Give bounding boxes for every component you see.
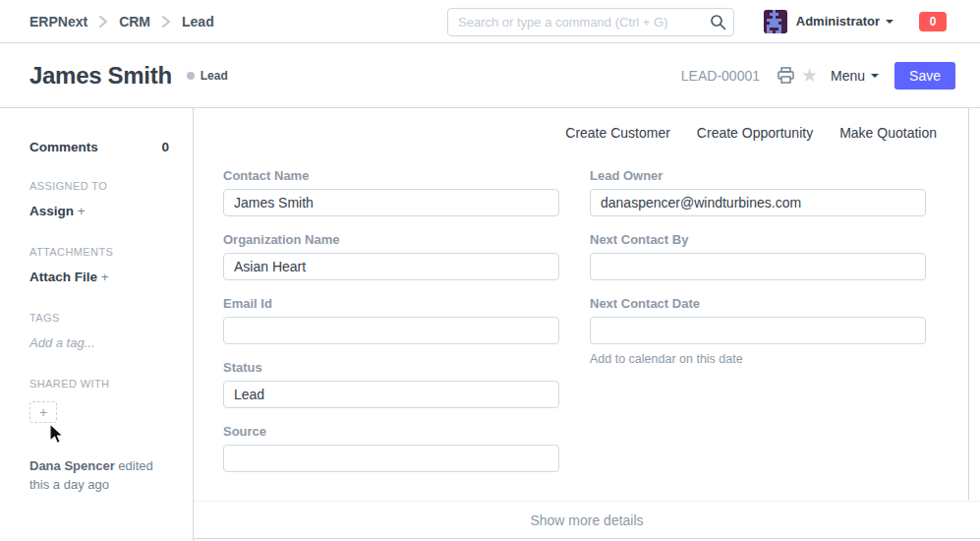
page-head-actions: LEAD-00001 ★ Menu Save xyxy=(681,62,955,90)
plus-icon: + xyxy=(78,204,86,218)
form-actions: Create Customer Create Opportunity Make … xyxy=(194,108,980,141)
email-id-field: Email Id xyxy=(223,296,559,344)
mouse-cursor-icon xyxy=(48,423,66,449)
lead-owner-field: Lead Owner xyxy=(590,168,926,216)
field-help-text: Add to calendar on this date xyxy=(590,352,926,366)
assign-button[interactable]: Assign + xyxy=(29,204,169,218)
email-id-input[interactable] xyxy=(223,317,559,344)
share-add-button[interactable]: + xyxy=(29,401,57,423)
assign-label: Assign xyxy=(29,204,74,218)
search-input[interactable] xyxy=(447,8,734,36)
attach-file-label: Attach File xyxy=(29,270,97,284)
next-contact-by-field: Next Contact By xyxy=(590,232,926,280)
status-indicator: Lead xyxy=(187,69,228,83)
comments-count: 0 xyxy=(161,140,169,154)
breadcrumb: ERPNext CRM Lead xyxy=(29,14,214,30)
shared-with-heading: SHARED WITH xyxy=(29,378,169,390)
print-icon[interactable] xyxy=(777,67,795,85)
field-label: Contact Name xyxy=(223,168,559,183)
source-field: Source xyxy=(223,424,559,472)
form-sidebar: Comments 0 ASSIGNED TO Assign + ATTACHME… xyxy=(0,108,194,541)
attachments-heading: ATTACHMENTS xyxy=(29,246,169,258)
field-label: Next Contact Date xyxy=(590,296,926,311)
user-menu[interactable]: Administrator xyxy=(796,14,880,29)
field-label: Source xyxy=(223,424,559,439)
chevron-right-icon xyxy=(97,15,109,29)
chevron-right-icon xyxy=(160,15,172,29)
chevron-down-icon xyxy=(871,74,879,78)
last-edited-note: Dana Spencer edited this a day ago xyxy=(29,456,173,494)
form-column-left: Contact Name Organization Name Email Id … xyxy=(223,168,559,488)
assigned-to-heading: ASSIGNED TO xyxy=(29,180,169,192)
create-opportunity-button[interactable]: Create Opportunity xyxy=(697,125,813,141)
editor-name: Dana Spencer xyxy=(29,458,115,473)
form-column-right: Lead Owner Next Contact By Next Contact … xyxy=(590,168,926,488)
next-contact-date-field: Next Contact Date Add to calendar on thi… xyxy=(590,296,926,366)
notification-badge[interactable]: 0 xyxy=(919,12,947,31)
breadcrumb-crm[interactable]: CRM xyxy=(119,14,150,30)
form-main: Create Customer Create Opportunity Make … xyxy=(194,108,980,541)
avatar[interactable] xyxy=(764,10,787,33)
menu-label: Menu xyxy=(831,68,865,84)
navbar-right: Administrator 0 xyxy=(764,10,947,33)
source-input[interactable] xyxy=(223,445,559,472)
breadcrumb-lead[interactable]: Lead xyxy=(182,14,214,30)
search-icon[interactable] xyxy=(710,14,726,34)
field-label: Organization Name xyxy=(223,232,559,247)
save-button[interactable]: Save xyxy=(894,62,955,90)
menu-button[interactable]: Menu xyxy=(831,68,879,84)
page-title: James Smith xyxy=(29,62,172,90)
field-label: Status xyxy=(223,360,559,375)
add-tag-input[interactable]: Add a tag... xyxy=(29,335,169,350)
breadcrumb-erpnext[interactable]: ERPNext xyxy=(29,14,87,30)
show-more-details-button[interactable]: Show more details xyxy=(530,512,643,528)
field-label: Lead Owner xyxy=(590,168,926,183)
plus-icon: + xyxy=(101,270,109,284)
lead-owner-input[interactable] xyxy=(590,189,926,216)
page-head: James Smith Lead LEAD-00001 ★ Menu Save xyxy=(0,43,980,108)
navbar: ERPNext CRM Lead xyxy=(0,0,980,43)
chevron-down-icon xyxy=(886,20,894,24)
contact-name-input[interactable] xyxy=(223,189,559,216)
global-search xyxy=(447,8,734,36)
comments-label: Comments xyxy=(29,140,98,154)
tags-heading: TAGS xyxy=(29,312,169,324)
field-label: Next Contact By xyxy=(590,232,926,247)
status-dot-icon xyxy=(187,72,195,80)
field-label: Email Id xyxy=(223,296,559,311)
organization-name-input[interactable] xyxy=(223,253,559,280)
make-quotation-button[interactable]: Make Quotation xyxy=(839,125,937,141)
form-footer: Show more details xyxy=(194,501,980,539)
organization-name-field: Organization Name xyxy=(223,232,559,280)
next-contact-by-input[interactable] xyxy=(590,253,926,280)
status-field: Status xyxy=(223,360,559,408)
status-label: Lead xyxy=(201,69,228,83)
form-grid: Contact Name Organization Name Email Id … xyxy=(194,141,980,488)
form-right-border xyxy=(968,108,969,500)
status-input[interactable] xyxy=(223,381,559,408)
contact-name-field: Contact Name xyxy=(223,168,559,216)
create-customer-button[interactable]: Create Customer xyxy=(565,125,670,141)
attach-file-button[interactable]: Attach File + xyxy=(29,270,169,284)
star-icon[interactable]: ★ xyxy=(801,66,818,85)
comments-link[interactable]: Comments 0 xyxy=(29,140,169,154)
content: Comments 0 ASSIGNED TO Assign + ATTACHME… xyxy=(0,108,980,541)
next-contact-date-input[interactable] xyxy=(590,317,926,344)
doc-id: LEAD-00001 xyxy=(681,68,760,84)
